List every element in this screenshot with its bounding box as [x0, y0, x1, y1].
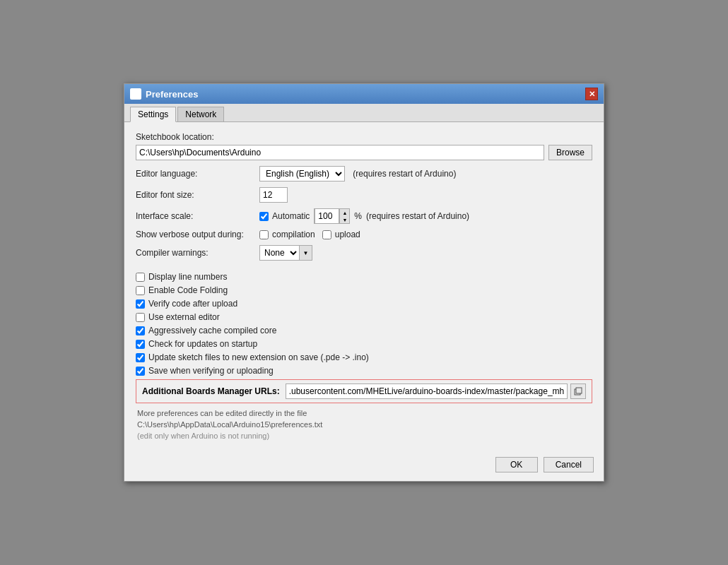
interface-scale-spinner: ▲ ▼: [314, 208, 350, 224]
requires-restart-language: (requires restart of Arduino): [353, 169, 456, 179]
interface-scale-row: Interface scale: Automatic ▲ ▼ % (requir…: [136, 208, 592, 224]
editor-font-size-row: Editor font size:: [136, 187, 592, 203]
verbose-output-row: Show verbose output during: compilation …: [136, 230, 592, 239]
interface-scale-input[interactable]: [315, 208, 339, 224]
compiler-warnings-row: Compiler warnings: None Default More All…: [136, 245, 592, 261]
preferences-window: Preferences ✕ Settings Network Sketchboo…: [124, 83, 604, 482]
verify-code-checkbox[interactable]: [136, 299, 145, 309]
compiler-warnings-arrow[interactable]: ▼: [299, 246, 312, 260]
ok-button[interactable]: OK: [495, 457, 538, 472]
editor-font-size-label: Editor font size:: [136, 190, 259, 200]
compilation-checkbox[interactable]: [259, 230, 269, 239]
interface-scale-percent: %: [354, 211, 362, 221]
aggressively-cache-checkbox[interactable]: [136, 326, 145, 335]
sketchbook-location-label: Sketchbook location:: [136, 132, 592, 142]
browse-button[interactable]: Browse: [548, 145, 592, 160]
checkbox-row-aggressively-cache: Aggressively cache compiled core: [136, 326, 592, 335]
upload-checkbox[interactable]: [322, 230, 331, 239]
verbose-label: Show verbose output during:: [136, 230, 259, 239]
checkboxes-container: Display line numbers Enable Code Folding…: [136, 272, 592, 376]
footer: OK Cancel: [124, 450, 604, 481]
additional-boards-icon-button[interactable]: [570, 383, 586, 399]
check-updates-label: Check for updates on startup: [148, 339, 257, 349]
tab-settings[interactable]: Settings: [130, 107, 176, 122]
checkbox-row-external-editor: Use external editor: [136, 312, 592, 322]
sketchbook-path-input[interactable]: [136, 145, 544, 160]
external-editor-checkbox[interactable]: [136, 313, 145, 322]
additional-boards-input[interactable]: [286, 383, 568, 399]
svg-rect-1: [576, 388, 582, 393]
editor-language-select[interactable]: English (English) System Default: [259, 166, 345, 182]
settings-content: Sketchbook location: Browse Editor langu…: [124, 122, 604, 450]
compiler-warnings-dropdown: None Default More All ▼: [259, 245, 312, 261]
compilation-label: compilation: [272, 230, 315, 239]
spinner-buttons: ▲ ▼: [339, 209, 349, 223]
checkbox-row-check-updates: Check for updates on startup: [136, 339, 592, 349]
copy-icon: [574, 387, 582, 396]
editor-language-row: Editor language: English (English) Syste…: [136, 166, 592, 182]
requires-restart-scale: (requires restart of Arduino): [366, 211, 469, 221]
interface-scale-auto-label: Automatic: [272, 211, 310, 221]
verify-code-label: Verify code after upload: [148, 299, 237, 309]
sketchbook-location-row: Sketchbook location: Browse: [136, 132, 592, 160]
title-bar: Preferences ✕: [124, 84, 604, 104]
checkbox-row-display-line-numbers: Display line numbers: [136, 272, 592, 282]
update-sketch-checkbox[interactable]: [136, 353, 145, 362]
tab-network[interactable]: Network: [177, 107, 224, 121]
display-line-numbers-label: Display line numbers: [148, 272, 227, 282]
edit-only-note: (edit only when Arduino is not running): [136, 432, 592, 440]
checkbox-row-verify-code: Verify code after upload: [136, 299, 592, 309]
editor-language-label: Editor language:: [136, 169, 259, 179]
interface-scale-auto-checkbox[interactable]: [259, 212, 269, 221]
save-verifying-label: Save when verifying or uploading: [148, 366, 274, 376]
check-updates-checkbox[interactable]: [136, 340, 145, 349]
window-icon: [130, 88, 141, 100]
update-sketch-label: Update sketch files to new extension on …: [148, 352, 369, 362]
editor-font-size-input[interactable]: [259, 187, 288, 203]
spinner-down-button[interactable]: ▼: [339, 216, 349, 223]
preferences-path: C:\Users\hp\AppData\Local\Arduino15\pref…: [136, 420, 592, 429]
close-button[interactable]: ✕: [585, 88, 598, 100]
compiler-warnings-label: Compiler warnings:: [136, 248, 259, 258]
save-verifying-checkbox[interactable]: [136, 367, 145, 376]
checkbox-row-update-sketch: Update sketch files to new extension on …: [136, 352, 592, 362]
display-line-numbers-checkbox[interactable]: [136, 273, 145, 282]
checkbox-row-save-verifying: Save when verifying or uploading: [136, 366, 592, 376]
external-editor-label: Use external editor: [148, 312, 220, 322]
enable-code-folding-checkbox[interactable]: [136, 286, 145, 295]
cancel-button[interactable]: Cancel: [544, 457, 594, 472]
enable-code-folding-label: Enable Code Folding: [148, 285, 228, 295]
compiler-warnings-select[interactable]: None Default More All: [260, 246, 299, 260]
upload-label: upload: [335, 230, 360, 239]
aggressively-cache-label: Aggressively cache compiled core: [148, 326, 276, 335]
spinner-up-button[interactable]: ▲: [339, 209, 349, 216]
additional-boards-label: Additional Boards Manager URLs:: [142, 386, 280, 396]
additional-boards-section: Additional Boards Manager URLs:: [136, 379, 592, 403]
interface-scale-label: Interface scale:: [136, 211, 259, 221]
preferences-note: More preferences can be edited directly …: [136, 409, 592, 417]
tabs-container: Settings Network: [124, 104, 604, 122]
checkbox-row-enable-code-folding: Enable Code Folding: [136, 285, 592, 295]
title-bar-left: Preferences: [130, 88, 198, 100]
window-title: Preferences: [146, 89, 198, 100]
sketchbook-input-row: Browse: [136, 145, 592, 160]
